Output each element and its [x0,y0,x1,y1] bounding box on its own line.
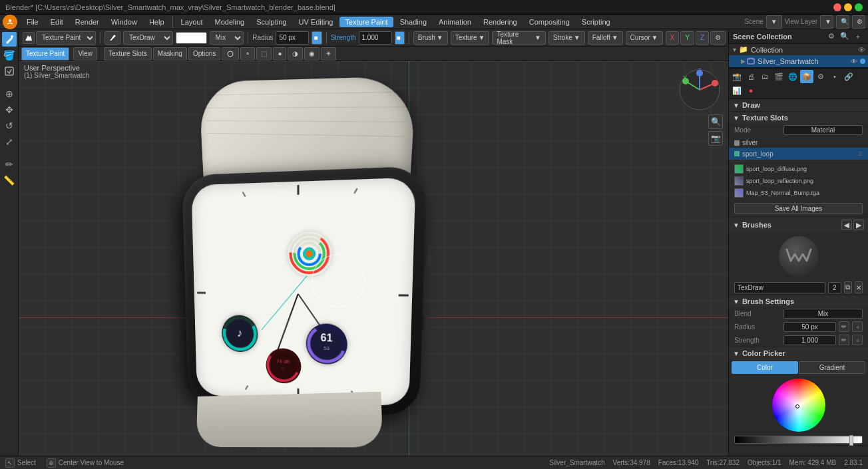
scene-filter-icon[interactable]: ⚙ [825,31,837,43]
tool-rotate[interactable]: ↺ [2,118,17,133]
tool-scale[interactable]: ⤢ [2,134,17,149]
brush-preview-circle[interactable] [779,236,819,276]
tool-measure[interactable]: 📏 [2,173,17,188]
texture-paint-label-btn[interactable]: Texture Paint [21,47,69,61]
center-view-icon[interactable]: ⊕ [47,458,56,468]
tool-fill[interactable]: 🪣 [2,48,17,63]
tool-draw[interactable] [2,32,17,47]
tab-shading[interactable]: Shading [395,17,432,27]
material-silver-item[interactable]: silver [729,138,868,148]
paint-mode-select[interactable]: Texture Paint [36,31,96,45]
menu-render[interactable]: Render [70,17,105,27]
falloff-dropdown[interactable]: Falloff ▼ [588,31,623,45]
brushes-prev[interactable]: ◀ [841,220,852,230]
brushes-next[interactable]: ▶ [853,220,864,230]
color-picker-header[interactable]: ▼ Color Picker [729,347,868,359]
minimize-btn[interactable] [844,3,852,11]
radius-input[interactable] [276,31,309,45]
object-visibility[interactable]: 👁 [849,57,859,66]
gizmo-x[interactable]: X [666,31,680,45]
select-btn[interactable]: ↖ [5,458,15,468]
gizmo-settings[interactable]: ⚙ [710,31,726,45]
texture-mask-dropdown[interactable]: Texture Mask ▼ [492,31,545,45]
material-mode[interactable]: ◑ [288,47,303,61]
prop-material-icon[interactable]: ● [744,84,758,97]
viewport[interactable]: User Perspective (1) Silver_Smartwatch [19,61,728,456]
tool-mask[interactable] [2,64,17,78]
sport-menu[interactable]: ≡ [858,149,863,158]
prop-constraint-icon[interactable]: 🔗 [842,70,855,83]
prop-object-icon[interactable]: 📦 [800,70,813,83]
mode-value[interactable]: Material [783,125,863,135]
blend-value[interactable]: Mix [783,309,863,319]
color-wheel-container[interactable] [729,376,868,434]
tab-uv-editing[interactable]: UV Editing [293,17,338,27]
eevee-mode[interactable]: ☀ [321,47,336,61]
brush-copy-btn[interactable]: ⧉ [844,281,852,293]
prop-data-icon[interactable]: 📊 [730,84,744,97]
brush-select[interactable]: TexDraw [123,31,173,45]
brush-dropdown[interactable]: Brush ▼ [413,31,448,45]
value-slider[interactable] [734,436,863,444]
view-btn[interactable]: View [73,47,97,61]
tab-compositing[interactable]: Compositing [524,17,575,27]
overlay-toggle[interactable]: ⚬ [240,47,255,61]
tab-texture-paint[interactable]: Texture Paint [339,17,393,27]
viewlayer-dropdown[interactable]: ▼ [820,15,833,29]
texture-paint-mode-btn[interactable] [105,31,120,45]
scene-search-icon[interactable]: 🔍 [839,31,851,43]
brush-delete-btn[interactable]: ✕ [855,281,863,293]
radius-pressure-btn[interactable]: ⬦ [852,321,863,332]
options-btn[interactable]: Options [188,47,220,61]
prop-world-icon[interactable]: 🌐 [786,70,799,83]
texture-slots-header[interactable]: ▼ Texture Slots [729,112,868,124]
close-btn[interactable] [833,3,841,11]
xray-toggle[interactable]: ⬚ [256,47,272,61]
gizmo-y[interactable]: Y [680,31,694,45]
menu-help[interactable]: Help [144,17,170,27]
texture-dropdown[interactable]: Texture ▼ [451,31,490,45]
window-controls[interactable] [833,3,863,11]
tab-rendering[interactable]: Rendering [478,17,523,27]
tab-scripting[interactable]: Scripting [576,17,616,27]
bs-strength-value[interactable]: 1.000 [783,335,836,345]
menu-file[interactable]: File [21,17,44,27]
prop-render-icon[interactable]: 📸 [730,70,744,83]
prop-particles-icon[interactable]: • [828,70,841,83]
tool-annotate[interactable]: ✏ [2,157,17,172]
gizmo-z[interactable]: Z [696,31,709,45]
stroke-dropdown[interactable]: Stroke ▼ [548,31,585,45]
material-sport-item[interactable]: sport_loop ≡ [729,148,868,160]
tab-animation[interactable]: Animation [433,17,477,27]
prop-scene-icon[interactable]: 🎬 [772,70,785,83]
cp-color-tab[interactable]: Color [732,361,798,374]
blend-select[interactable]: Mix [210,31,244,45]
draw-header[interactable]: ▼ Draw [729,99,868,111]
maximize-btn[interactable] [855,3,863,11]
menu-window[interactable]: Window [106,17,142,27]
masking-btn[interactable]: Masking [153,47,187,61]
collection-item[interactable]: ▼ 📁 Collection 👁 [729,44,868,55]
tex-diffuse-row[interactable]: sport_loop_diffuse.png [729,163,868,175]
cursor-dropdown[interactable]: Cursor ▼ [626,31,663,45]
tool-move[interactable]: ✥ [2,102,17,117]
cp-gradient-tab[interactable]: Gradient [799,361,865,374]
strength-edit-btn[interactable]: ✏ [839,335,849,345]
brush-name-input[interactable] [734,282,825,293]
texture-slots-btn[interactable]: Texture Slots [104,47,152,61]
viewport-draw-controls[interactable] [222,47,239,61]
nav-gizmo[interactable]: X Y Z [676,67,723,113]
strength-pressure-btn[interactable]: ⬦ [852,335,863,345]
zoom-in-btn[interactable]: 🔍 [708,114,723,129]
color-wheel[interactable] [772,379,825,432]
bs-radius-value[interactable]: 50 px [783,322,836,332]
scene-dropdown[interactable]: ▼ [766,15,782,29]
collection-visibility[interactable]: 👁 [858,46,865,54]
filter-btn[interactable]: ⚙ [852,15,865,29]
mode-icon[interactable] [23,32,35,44]
prop-modifier-icon[interactable]: ⚙ [814,70,827,83]
brushes-header[interactable]: ▼ Brushes ◀ ▶ [729,218,868,232]
strength-lock[interactable]: ■ [395,31,405,45]
scene-add-icon[interactable]: + [852,31,864,43]
tex-normal-row[interactable]: Map_53_Normal_Bump.tga [729,187,868,199]
